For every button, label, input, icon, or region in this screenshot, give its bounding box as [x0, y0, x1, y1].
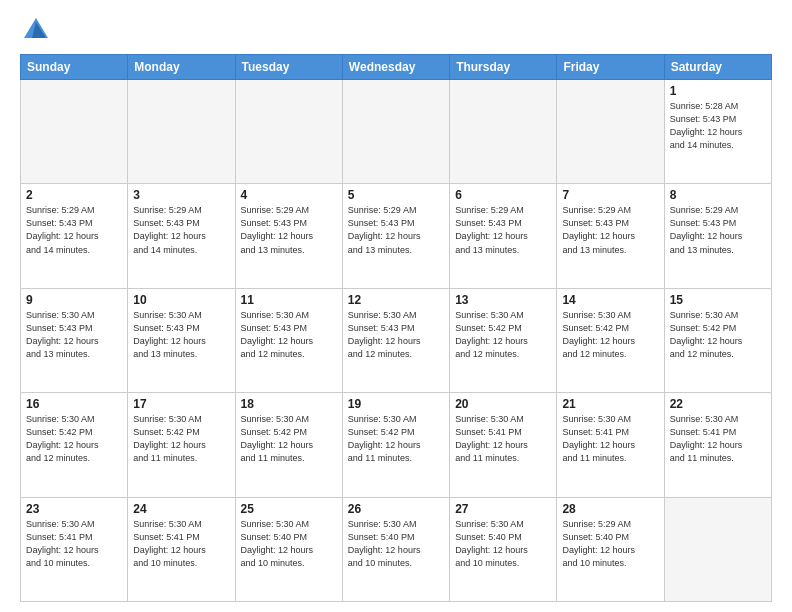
day-number: 1 [670, 84, 766, 98]
day-info: Sunrise: 5:30 AM Sunset: 5:40 PM Dayligh… [241, 518, 337, 570]
day-info: Sunrise: 5:29 AM Sunset: 5:43 PM Dayligh… [241, 204, 337, 256]
day-cell: 8Sunrise: 5:29 AM Sunset: 5:43 PM Daylig… [664, 184, 771, 288]
day-header-thursday: Thursday [450, 55, 557, 80]
day-info: Sunrise: 5:29 AM Sunset: 5:43 PM Dayligh… [562, 204, 658, 256]
day-cell: 21Sunrise: 5:30 AM Sunset: 5:41 PM Dayli… [557, 393, 664, 497]
week-row-1: 1Sunrise: 5:28 AM Sunset: 5:43 PM Daylig… [21, 80, 772, 184]
day-number: 11 [241, 293, 337, 307]
day-number: 21 [562, 397, 658, 411]
day-number: 8 [670, 188, 766, 202]
day-info: Sunrise: 5:30 AM Sunset: 5:43 PM Dayligh… [348, 309, 444, 361]
day-number: 4 [241, 188, 337, 202]
day-cell: 1Sunrise: 5:28 AM Sunset: 5:43 PM Daylig… [664, 80, 771, 184]
day-cell: 12Sunrise: 5:30 AM Sunset: 5:43 PM Dayli… [342, 288, 449, 392]
day-number: 22 [670, 397, 766, 411]
day-info: Sunrise: 5:30 AM Sunset: 5:41 PM Dayligh… [133, 518, 229, 570]
day-cell: 7Sunrise: 5:29 AM Sunset: 5:43 PM Daylig… [557, 184, 664, 288]
day-number: 16 [26, 397, 122, 411]
day-header-tuesday: Tuesday [235, 55, 342, 80]
day-of-week-row: SundayMondayTuesdayWednesdayThursdayFrid… [21, 55, 772, 80]
day-cell [21, 80, 128, 184]
day-info: Sunrise: 5:28 AM Sunset: 5:43 PM Dayligh… [670, 100, 766, 152]
day-cell: 18Sunrise: 5:30 AM Sunset: 5:42 PM Dayli… [235, 393, 342, 497]
day-number: 14 [562, 293, 658, 307]
day-cell: 22Sunrise: 5:30 AM Sunset: 5:41 PM Dayli… [664, 393, 771, 497]
day-cell: 23Sunrise: 5:30 AM Sunset: 5:41 PM Dayli… [21, 497, 128, 601]
day-info: Sunrise: 5:30 AM Sunset: 5:41 PM Dayligh… [562, 413, 658, 465]
day-number: 28 [562, 502, 658, 516]
day-info: Sunrise: 5:30 AM Sunset: 5:42 PM Dayligh… [455, 309, 551, 361]
day-number: 20 [455, 397, 551, 411]
day-number: 7 [562, 188, 658, 202]
day-cell: 9Sunrise: 5:30 AM Sunset: 5:43 PM Daylig… [21, 288, 128, 392]
calendar-body: 1Sunrise: 5:28 AM Sunset: 5:43 PM Daylig… [21, 80, 772, 602]
day-number: 24 [133, 502, 229, 516]
day-header-friday: Friday [557, 55, 664, 80]
day-info: Sunrise: 5:30 AM Sunset: 5:42 PM Dayligh… [26, 413, 122, 465]
day-info: Sunrise: 5:30 AM Sunset: 5:40 PM Dayligh… [455, 518, 551, 570]
header [20, 16, 772, 44]
day-info: Sunrise: 5:29 AM Sunset: 5:43 PM Dayligh… [26, 204, 122, 256]
day-info: Sunrise: 5:29 AM Sunset: 5:43 PM Dayligh… [133, 204, 229, 256]
day-cell: 26Sunrise: 5:30 AM Sunset: 5:40 PM Dayli… [342, 497, 449, 601]
day-info: Sunrise: 5:29 AM Sunset: 5:43 PM Dayligh… [670, 204, 766, 256]
day-number: 17 [133, 397, 229, 411]
day-cell: 17Sunrise: 5:30 AM Sunset: 5:42 PM Dayli… [128, 393, 235, 497]
day-cell [128, 80, 235, 184]
day-cell: 3Sunrise: 5:29 AM Sunset: 5:43 PM Daylig… [128, 184, 235, 288]
day-info: Sunrise: 5:30 AM Sunset: 5:41 PM Dayligh… [455, 413, 551, 465]
day-info: Sunrise: 5:30 AM Sunset: 5:42 PM Dayligh… [133, 413, 229, 465]
day-header-wednesday: Wednesday [342, 55, 449, 80]
day-number: 25 [241, 502, 337, 516]
day-number: 12 [348, 293, 444, 307]
day-cell: 5Sunrise: 5:29 AM Sunset: 5:43 PM Daylig… [342, 184, 449, 288]
week-row-3: 9Sunrise: 5:30 AM Sunset: 5:43 PM Daylig… [21, 288, 772, 392]
day-cell: 20Sunrise: 5:30 AM Sunset: 5:41 PM Dayli… [450, 393, 557, 497]
day-cell: 25Sunrise: 5:30 AM Sunset: 5:40 PM Dayli… [235, 497, 342, 601]
day-cell: 14Sunrise: 5:30 AM Sunset: 5:42 PM Dayli… [557, 288, 664, 392]
day-info: Sunrise: 5:30 AM Sunset: 5:43 PM Dayligh… [26, 309, 122, 361]
day-cell [342, 80, 449, 184]
day-info: Sunrise: 5:30 AM Sunset: 5:43 PM Dayligh… [241, 309, 337, 361]
day-cell [557, 80, 664, 184]
day-cell: 19Sunrise: 5:30 AM Sunset: 5:42 PM Dayli… [342, 393, 449, 497]
day-header-saturday: Saturday [664, 55, 771, 80]
day-number: 10 [133, 293, 229, 307]
page: SundayMondayTuesdayWednesdayThursdayFrid… [0, 0, 792, 612]
day-info: Sunrise: 5:30 AM Sunset: 5:41 PM Dayligh… [26, 518, 122, 570]
day-cell: 16Sunrise: 5:30 AM Sunset: 5:42 PM Dayli… [21, 393, 128, 497]
day-cell: 13Sunrise: 5:30 AM Sunset: 5:42 PM Dayli… [450, 288, 557, 392]
day-number: 2 [26, 188, 122, 202]
day-cell: 11Sunrise: 5:30 AM Sunset: 5:43 PM Dayli… [235, 288, 342, 392]
day-number: 18 [241, 397, 337, 411]
day-info: Sunrise: 5:30 AM Sunset: 5:43 PM Dayligh… [133, 309, 229, 361]
week-row-4: 16Sunrise: 5:30 AM Sunset: 5:42 PM Dayli… [21, 393, 772, 497]
logo-icon [22, 16, 50, 44]
day-cell: 6Sunrise: 5:29 AM Sunset: 5:43 PM Daylig… [450, 184, 557, 288]
day-info: Sunrise: 5:30 AM Sunset: 5:41 PM Dayligh… [670, 413, 766, 465]
day-cell: 27Sunrise: 5:30 AM Sunset: 5:40 PM Dayli… [450, 497, 557, 601]
day-number: 23 [26, 502, 122, 516]
day-info: Sunrise: 5:29 AM Sunset: 5:43 PM Dayligh… [348, 204, 444, 256]
day-number: 5 [348, 188, 444, 202]
day-cell: 28Sunrise: 5:29 AM Sunset: 5:40 PM Dayli… [557, 497, 664, 601]
day-number: 27 [455, 502, 551, 516]
day-cell: 2Sunrise: 5:29 AM Sunset: 5:43 PM Daylig… [21, 184, 128, 288]
day-cell: 4Sunrise: 5:29 AM Sunset: 5:43 PM Daylig… [235, 184, 342, 288]
day-header-monday: Monday [128, 55, 235, 80]
day-number: 19 [348, 397, 444, 411]
day-info: Sunrise: 5:30 AM Sunset: 5:42 PM Dayligh… [348, 413, 444, 465]
week-row-5: 23Sunrise: 5:30 AM Sunset: 5:41 PM Dayli… [21, 497, 772, 601]
day-number: 13 [455, 293, 551, 307]
day-header-sunday: Sunday [21, 55, 128, 80]
day-number: 3 [133, 188, 229, 202]
day-number: 15 [670, 293, 766, 307]
week-row-2: 2Sunrise: 5:29 AM Sunset: 5:43 PM Daylig… [21, 184, 772, 288]
logo [20, 16, 50, 44]
day-info: Sunrise: 5:30 AM Sunset: 5:40 PM Dayligh… [348, 518, 444, 570]
day-info: Sunrise: 5:29 AM Sunset: 5:40 PM Dayligh… [562, 518, 658, 570]
day-cell: 24Sunrise: 5:30 AM Sunset: 5:41 PM Dayli… [128, 497, 235, 601]
day-info: Sunrise: 5:30 AM Sunset: 5:42 PM Dayligh… [670, 309, 766, 361]
day-info: Sunrise: 5:30 AM Sunset: 5:42 PM Dayligh… [562, 309, 658, 361]
day-info: Sunrise: 5:30 AM Sunset: 5:42 PM Dayligh… [241, 413, 337, 465]
